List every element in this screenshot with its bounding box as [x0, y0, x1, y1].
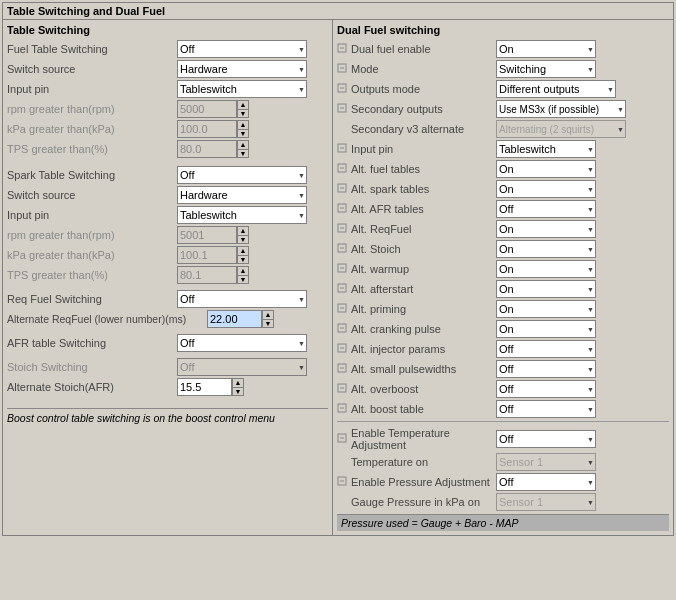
- input-pin-2-wrapper: Tableswitch: [177, 206, 307, 224]
- alt-req-fuel-right-select[interactable]: OnOff: [496, 220, 596, 238]
- input-pin-2-row: Input pin Tableswitch: [7, 206, 328, 224]
- enable-pressure-adj-label: Enable Pressure Adjustment: [351, 476, 496, 488]
- input-pin-2-select[interactable]: Tableswitch: [177, 206, 307, 224]
- dual-fuel-enable-select[interactable]: OnOff: [496, 40, 596, 58]
- alt-cranking-pulse-row: Alt. cranking pulse OnOff: [337, 320, 669, 338]
- alt-warmup-row: Alt. warmup OnOff: [337, 260, 669, 278]
- req-fuel-switching-select[interactable]: OffOn: [177, 290, 307, 308]
- rpm-greater-2-label: rpm greater than(rpm): [7, 229, 177, 241]
- afr-table-switching-row: AFR table Switching OffOn: [7, 334, 328, 352]
- secondary-outputs-icon: [337, 102, 351, 116]
- switch-source-2-row: Switch source HardwareSoftware: [7, 186, 328, 204]
- alt-small-pulsewidths-select[interactable]: OffOn: [496, 360, 596, 378]
- enable-pressure-adj-icon: [337, 475, 351, 489]
- alt-stoich-right-select[interactable]: OnOff: [496, 240, 596, 258]
- switch-source-1-row: Switch source HardwareSoftware: [7, 60, 328, 78]
- switch-source-2-select[interactable]: HardwareSoftware: [177, 186, 307, 204]
- alt-cranking-pulse-wrapper: OnOff: [496, 320, 596, 338]
- secondary-outputs-label: Secondary outputs: [351, 103, 496, 115]
- switch-source-1-label: Switch source: [7, 63, 177, 75]
- kpa-greater-1-input[interactable]: [177, 120, 237, 138]
- alt-afterstart-row: Alt. afterstart OnOff: [337, 280, 669, 298]
- rpm-greater-1-spinner: ▲▼: [177, 100, 249, 118]
- alt-overboost-select[interactable]: OffOn: [496, 380, 596, 398]
- outputs-mode-select[interactable]: Different outputsSame outputs: [496, 80, 616, 98]
- tps-greater-2-spinner-btn[interactable]: ▲▼: [237, 266, 249, 284]
- enable-temp-adj-icon: [337, 432, 351, 446]
- stoich-switching-select[interactable]: OffOn: [177, 358, 307, 376]
- rpm-greater-1-label: rpm greater than(rpm): [7, 103, 177, 115]
- secondary-outputs-select[interactable]: Use MS3x (if possible): [496, 100, 626, 118]
- alt-afterstart-select[interactable]: OnOff: [496, 280, 596, 298]
- temperature-on-row: Temperature on Sensor 1: [337, 453, 669, 471]
- tps-greater-1-label: TPS greater than(%): [7, 143, 177, 155]
- kpa-greater-2-spinner-btn[interactable]: ▲▼: [237, 246, 249, 264]
- alt-spark-tables-icon: [337, 182, 351, 196]
- right-input-pin-select[interactable]: Tableswitch: [496, 140, 596, 158]
- switch-source-1-select[interactable]: HardwareSoftware: [177, 60, 307, 78]
- pressure-note: Pressure used = Gauge + Baro - MAP: [337, 514, 669, 531]
- tps-greater-1-spinner-btn[interactable]: ▲▼: [237, 140, 249, 158]
- rpm-greater-2-spinner-btn[interactable]: ▲▼: [237, 226, 249, 244]
- rpm-greater-2-spinner: ▲▼: [177, 226, 249, 244]
- alt-req-fuel-spinner-btn[interactable]: ▲▼: [262, 310, 274, 328]
- enable-pressure-adj-row: Enable Pressure Adjustment OffOn: [337, 473, 669, 491]
- mode-row: Mode SwitchingBlend: [337, 60, 669, 78]
- alt-warmup-select[interactable]: OnOff: [496, 260, 596, 278]
- alt-spark-tables-wrapper: OnOff: [496, 180, 596, 198]
- kpa-greater-2-input[interactable]: [177, 246, 237, 264]
- tps-greater-1-row: TPS greater than(%) ▲▼: [7, 140, 328, 158]
- left-panel-title: Table Switching: [7, 24, 328, 36]
- mode-select[interactable]: SwitchingBlend: [496, 60, 596, 78]
- alt-overboost-wrapper: OffOn: [496, 380, 596, 398]
- alt-afr-tables-label: Alt. AFR tables: [351, 203, 496, 215]
- afr-table-switching-label: AFR table Switching: [7, 337, 177, 349]
- rpm-greater-2-input[interactable]: [177, 226, 237, 244]
- outputs-mode-wrapper: Different outputsSame outputs: [496, 80, 616, 98]
- alt-priming-select[interactable]: OnOff: [496, 300, 596, 318]
- kpa-greater-1-spinner-btn[interactable]: ▲▼: [237, 120, 249, 138]
- switch-source-2-wrapper: HardwareSoftware: [177, 186, 307, 204]
- kpa-greater-2-label: kPa greater than(kPa): [7, 249, 177, 261]
- panel-title: Table Switching and Dual Fuel: [3, 3, 673, 20]
- afr-table-switching-select[interactable]: OffOn: [177, 334, 307, 352]
- enable-temp-adj-wrapper: OffOn: [496, 430, 596, 448]
- alt-stoich-spinner-btn[interactable]: ▲▼: [232, 378, 244, 396]
- dual-fuel-enable-label: Dual fuel enable: [351, 43, 496, 55]
- req-fuel-switching-wrapper: OffOn: [177, 290, 307, 308]
- rpm-greater-1-input[interactable]: [177, 100, 237, 118]
- spark-table-switching-select[interactable]: OffOn: [177, 166, 307, 184]
- input-pin-1-label: Input pin: [7, 83, 177, 95]
- input-pin-1-select[interactable]: Tableswitch: [177, 80, 307, 98]
- enable-temp-adj-label: Enable Temperature Adjustment: [351, 427, 496, 451]
- tps-greater-2-input[interactable]: [177, 266, 237, 284]
- alt-injector-params-select[interactable]: OffOn: [496, 340, 596, 358]
- switch-source-1-wrapper: HardwareSoftware: [177, 60, 307, 78]
- fuel-table-switching-select[interactable]: OffOn: [177, 40, 307, 58]
- tps-greater-1-input[interactable]: [177, 140, 237, 158]
- alt-spark-tables-select[interactable]: OnOff: [496, 180, 596, 198]
- alt-fuel-tables-select[interactable]: OnOff: [496, 160, 596, 178]
- alt-req-fuel-input[interactable]: [207, 310, 262, 328]
- outputs-mode-row: Outputs mode Different outputsSame outpu…: [337, 80, 669, 98]
- alt-afr-tables-row: Alt. AFR tables OffOn: [337, 200, 669, 218]
- alt-stoich-right-row: Alt. Stoich OnOff: [337, 240, 669, 258]
- right-panel-title: Dual Fuel switching: [337, 24, 669, 36]
- gauge-pressure-select: Sensor 1: [496, 493, 596, 511]
- alt-fuel-tables-wrapper: OnOff: [496, 160, 596, 178]
- alt-injector-params-row: Alt. injector params OffOn: [337, 340, 669, 358]
- alt-small-pulsewidths-row: Alt. small pulsewidths OffOn: [337, 360, 669, 378]
- kpa-greater-2-spinner: ▲▼: [177, 246, 249, 264]
- alt-stoich-row: Alternate Stoich(AFR) ▲▼: [7, 378, 328, 396]
- rpm-greater-1-spinner-btn[interactable]: ▲▼: [237, 100, 249, 118]
- fuel-table-switching-wrapper: OffOn: [177, 40, 307, 58]
- alt-afr-tables-select[interactable]: OffOn: [496, 200, 596, 218]
- alt-boost-table-select[interactable]: OffOn: [496, 400, 596, 418]
- enable-pressure-adj-select[interactable]: OffOn: [496, 473, 596, 491]
- enable-temp-adj-select[interactable]: OffOn: [496, 430, 596, 448]
- kpa-greater-1-row: kPa greater than(kPa) ▲▼: [7, 120, 328, 138]
- switch-source-2-label: Switch source: [7, 189, 177, 201]
- alt-stoich-input[interactable]: [177, 378, 232, 396]
- outputs-mode-icon: [337, 82, 351, 96]
- alt-cranking-pulse-select[interactable]: OnOff: [496, 320, 596, 338]
